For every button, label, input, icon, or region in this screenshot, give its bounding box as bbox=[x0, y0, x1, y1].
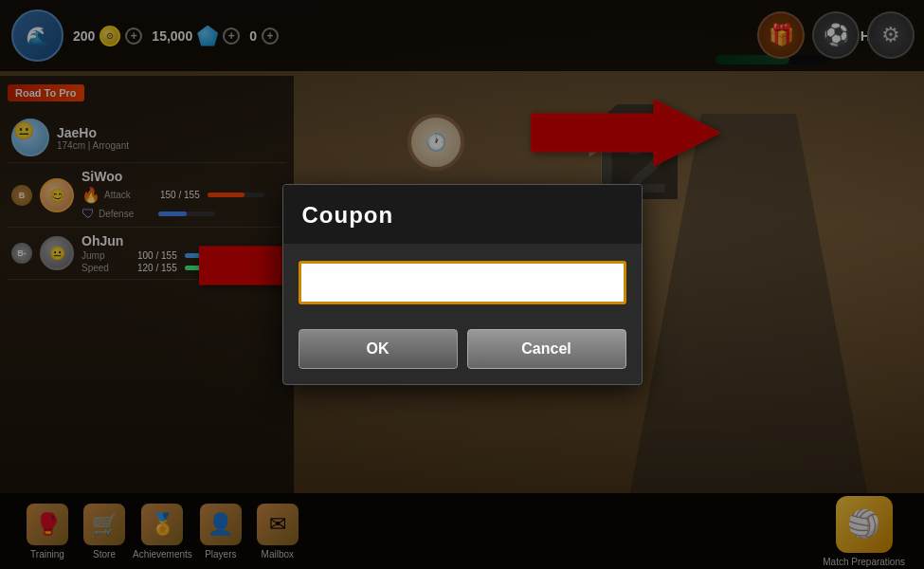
coupon-cancel-button[interactable]: Cancel bbox=[467, 329, 626, 369]
coupon-input[interactable] bbox=[299, 261, 626, 304]
coupon-ok-button[interactable]: OK bbox=[299, 329, 458, 369]
game-background: 🕐 12 🌊 200 ⊙ + 15,000 + 0 + DaeJi High ✏ bbox=[0, 0, 924, 569]
coupon-dialog-header: Coupon bbox=[283, 185, 642, 244]
coupon-dialog-footer: OK Cancel bbox=[283, 321, 642, 384]
modal-overlay: Coupon OK Cancel bbox=[0, 0, 924, 569]
coupon-dialog: Coupon OK Cancel bbox=[282, 184, 643, 385]
coupon-dialog-title: Coupon bbox=[302, 202, 623, 229]
coupon-dialog-body bbox=[283, 244, 642, 321]
